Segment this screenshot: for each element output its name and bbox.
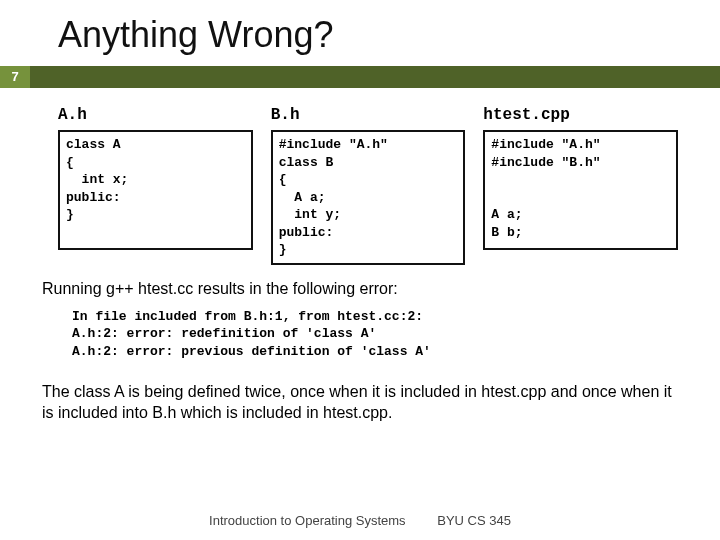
file-label-a: A.h (58, 106, 253, 124)
column-b: B.h #include "A.h" class B { A a; int y;… (271, 106, 466, 265)
compiler-error-output: In file included from B.h:1, from htest.… (0, 300, 720, 369)
file-label-b: B.h (271, 106, 466, 124)
file-label-c: htest.cpp (483, 106, 678, 124)
code-box-a: class A { int x; public: } (58, 130, 253, 250)
slide-title: Anything Wrong? (0, 0, 720, 66)
footer-course-code: BYU CS 345 (437, 513, 511, 528)
footer: Introduction to Operating Systems BYU CS… (0, 513, 720, 528)
footer-course-title: Introduction to Operating Systems (209, 513, 406, 528)
code-box-b: #include "A.h" class B { A a; int y; pub… (271, 130, 466, 265)
header-band: 7 (0, 66, 720, 88)
note-2: The class A is being defined twice, once… (0, 368, 720, 424)
code-box-c: #include "A.h" #include "B.h" A a; B b; (483, 130, 678, 250)
column-c: htest.cpp #include "A.h" #include "B.h" … (483, 106, 678, 265)
slide-number: 7 (0, 66, 30, 88)
column-a: A.h class A { int x; public: } (58, 106, 253, 265)
code-columns: A.h class A { int x; public: } B.h #incl… (0, 88, 720, 265)
note-1: Running g++ htest.cc results in the foll… (0, 265, 720, 300)
